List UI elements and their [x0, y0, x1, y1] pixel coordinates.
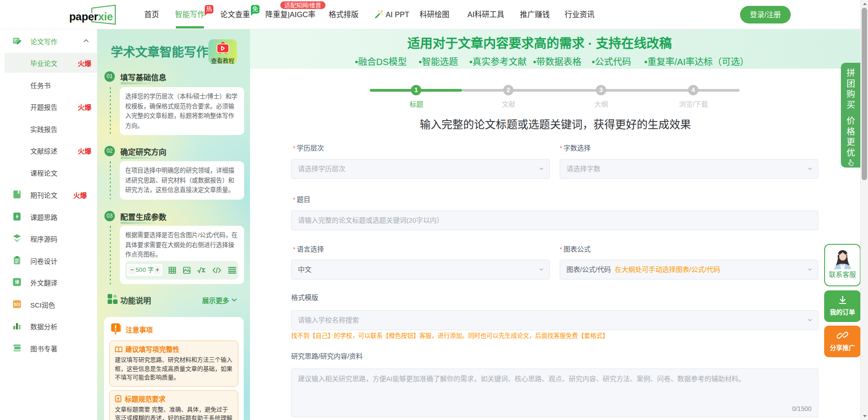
svg-text:译: 译 — [15, 280, 19, 285]
svg-text:paper: paper — [69, 10, 98, 23]
svg-text:xie: xie — [98, 10, 113, 23]
svg-text:SCI: SCI — [14, 302, 20, 307]
